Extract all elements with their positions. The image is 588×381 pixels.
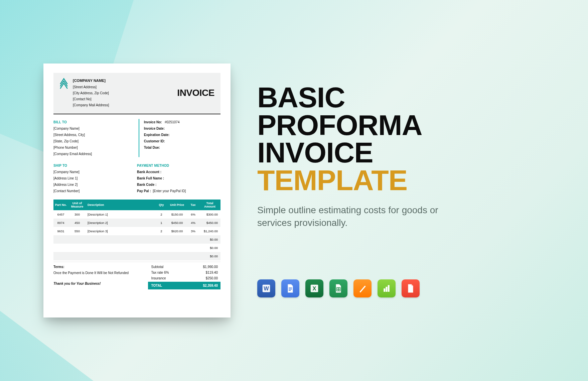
summary-value: $250.00 (206, 276, 218, 280)
terms-label: Terms: (53, 265, 64, 269)
divider (53, 114, 220, 114)
pages-icon[interactable] (353, 279, 372, 297)
summary-label: Tax rate 6% (151, 271, 169, 274)
cell-qty: 1 (156, 219, 167, 227)
bill-to-block: BILL TO [Company Name] [Street Address, … (53, 119, 139, 157)
cell-uom: 300 (68, 210, 86, 219)
cell-qty: 2 (156, 227, 167, 235)
meta-label: Expiration Date: (144, 133, 170, 137)
total-label: TOTAL (151, 284, 162, 287)
table-row-blank: $0.00 (53, 235, 220, 244)
meta-label: Invoice No: (144, 120, 162, 124)
payment-field: Bank Full Name : (137, 176, 164, 180)
svg-rect-11 (384, 288, 385, 292)
payment-field: Bank Code : (137, 183, 156, 186)
ship-to-block: SHIP TO [Company Name] [Address Line 1] … (53, 162, 137, 194)
ship-to-line: [Company Name] (53, 169, 137, 175)
cell-price: $450.00 (167, 219, 187, 227)
invoice-preview: [COMPANY NAME] [Street Address] [City Ad… (43, 64, 231, 318)
svg-text:W: W (264, 285, 269, 291)
word-icon[interactable]: W (257, 279, 275, 297)
total-value: $2,359.40 (203, 284, 218, 287)
line-items-table: Part No. Unit of Measure Description Qty… (53, 200, 220, 260)
svg-rect-12 (386, 287, 388, 292)
summary-label: Subtotal (151, 265, 164, 269)
svg-rect-3 (289, 289, 292, 289)
table-row: 8974 450 [Description 2] 1 $450.00 4% $4… (53, 219, 220, 227)
cell-part: 9631 (53, 227, 68, 235)
cell-amount: $1,240.00 (199, 227, 220, 235)
title-line: Invoice (257, 136, 373, 168)
ship-to-line: [Contact Number] (53, 188, 137, 194)
invoice-header: [COMPANY NAME] [Street Address] [City Ad… (53, 73, 220, 113)
ship-to-line: [Address Line 2] (53, 181, 137, 188)
payment-field: Pay Pal : (137, 189, 151, 193)
th-qty: Qty (156, 200, 167, 210)
bill-to-line: [Company Name] (53, 125, 139, 132)
bill-to-line: [Company Email Address] (53, 151, 139, 157)
table-row: 9631 550 [Description 3] 2 $620.00 3% $1… (53, 227, 220, 235)
bill-to-line: [Street Address, City] (53, 132, 139, 138)
excel-icon[interactable]: X (305, 279, 323, 297)
invoice-heading: INVOICE (177, 88, 214, 98)
cell-qty: 2 (156, 210, 167, 219)
format-icons: W X (257, 279, 474, 297)
th-desc: Description (86, 200, 156, 210)
thank-you: Thank you for Your Business! (53, 281, 148, 287)
cell-desc: [Description 3] (86, 227, 156, 235)
table-row-blank: $0.00 (53, 244, 220, 252)
paypal-value: [Enter your PayPal ID] (153, 189, 186, 193)
company-mail: [Company Mail Address] (73, 102, 177, 108)
page-title: Basic Proforma Invoice Template (257, 84, 474, 194)
meta-label: Total Due: (144, 146, 160, 149)
th-uom: Unit of Measure (68, 200, 86, 210)
payment-label: PAYMENT METHOD (137, 162, 220, 169)
company-block: [COMPANY NAME] [Street Address] [City Ad… (73, 78, 177, 108)
cell-tax: 3% (187, 227, 199, 235)
google-sheets-icon[interactable] (329, 279, 347, 297)
company-contact: [Contact No] (73, 96, 177, 102)
cell-uom: 550 (68, 227, 86, 235)
th-tax: Tax (187, 200, 199, 210)
bill-to-line: [Phone Number] (53, 144, 139, 151)
cell-amount: $450.00 (199, 219, 220, 227)
cell-price: $620.00 (167, 227, 187, 235)
summary-value: $119.40 (206, 271, 218, 274)
cell-desc: [Description 2] (86, 219, 156, 227)
svg-text:X: X (313, 285, 316, 291)
google-docs-icon[interactable] (281, 279, 299, 297)
cell-uom: 450 (68, 219, 86, 227)
company-logo-icon (58, 78, 69, 89)
svg-rect-4 (289, 290, 291, 291)
company-street: [Street Address] (73, 84, 177, 90)
summary-value: $1,990.00 (203, 265, 218, 269)
cell-price: $150.00 (167, 210, 187, 219)
th-amount: Total Amount (199, 200, 220, 210)
subtitle: Simple outline estimating costs for good… (257, 204, 474, 229)
cell-part: 6457 (53, 210, 68, 219)
payment-field: Bank Account : (137, 170, 161, 174)
bill-to-label: BILL TO (53, 119, 139, 125)
svg-rect-13 (388, 285, 390, 292)
meta-label: Invoice Date: (144, 127, 165, 130)
cell-part: 8974 (53, 219, 68, 227)
pdf-icon[interactable] (402, 279, 420, 297)
meta-block: Invoice No: #0251074 Invoice Date: Expir… (139, 119, 220, 157)
cell-tax: 6% (187, 210, 199, 219)
cell-amount: $0.00 (199, 244, 220, 252)
bill-to-line: [State, Zip Code] (53, 138, 139, 144)
company-name: [COMPANY NAME] (73, 78, 177, 84)
meta-label: Customer ID: (144, 139, 165, 143)
hero: Basic Proforma Invoice Template Simple o… (257, 84, 474, 297)
cell-amount: $300.00 (199, 210, 220, 219)
terms-text: Once the Payment is Done It Will be Not … (53, 271, 129, 275)
numbers-icon[interactable] (378, 279, 396, 297)
cell-amount: $0.00 (199, 235, 220, 244)
svg-point-10 (364, 286, 366, 287)
title-accent: Template (257, 166, 474, 194)
company-city: [City Address, Zip Code] (73, 90, 177, 96)
summary-label: Insurance (151, 276, 166, 280)
svg-rect-2 (289, 287, 292, 288)
th-price: Unit Price (167, 200, 187, 210)
cell-amount: $0.00 (199, 252, 220, 260)
